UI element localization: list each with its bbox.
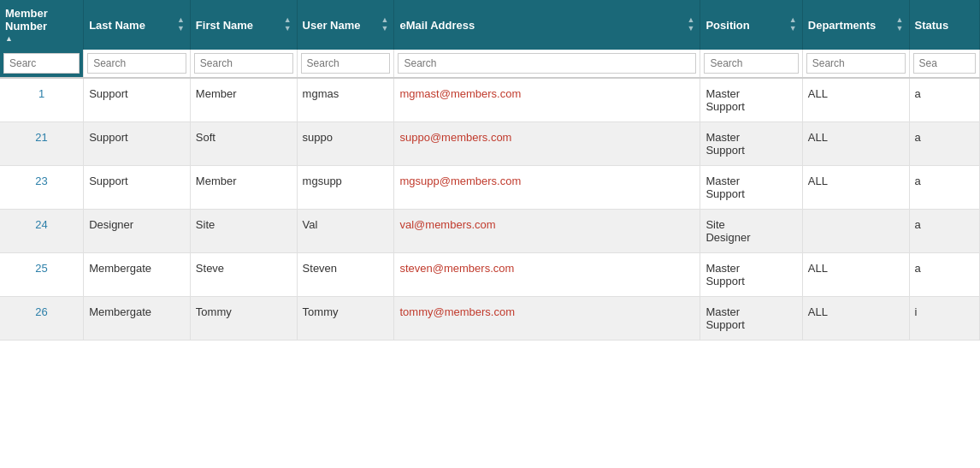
cell-status: a [909, 253, 980, 297]
cell-status: i [909, 297, 980, 341]
col-header-member-number-label: MemberNumber [5, 7, 48, 33]
col-header-status[interactable]: Status [909, 0, 980, 50]
cell-user-name: Steven [297, 253, 394, 297]
cell-status: a [909, 210, 980, 253]
cell-email[interactable]: steven@members.com [394, 253, 700, 297]
search-cell-member [0, 50, 84, 78]
cell-user-name: Val [297, 210, 394, 253]
cell-member-number[interactable]: 23 [0, 166, 84, 210]
cell-position: MasterSupport [700, 253, 802, 297]
search-cell-position [700, 50, 802, 78]
cell-position: MasterSupport [700, 166, 802, 210]
cell-email[interactable]: tommy@members.com [394, 297, 700, 341]
cell-last-name: Designer [84, 210, 191, 253]
search-input-position[interactable] [704, 53, 798, 74]
cell-email[interactable]: suppo@members.com [394, 122, 700, 166]
col-header-user-name[interactable]: User Name ▲ ▼ [297, 0, 394, 50]
cell-first-name: Tommy [190, 297, 297, 341]
cell-first-name: Member [190, 78, 297, 122]
cell-member-number[interactable]: 24 [0, 210, 84, 253]
col-header-position-label: Position [705, 19, 749, 32]
table-row: 21SupportSoftsupposuppo@members.comMaste… [0, 122, 980, 166]
sort-arrows-lastname[interactable]: ▲ ▼ [177, 16, 185, 33]
cell-user-name: Tommy [297, 297, 394, 341]
sort-arrows-username[interactable]: ▲ ▼ [381, 16, 389, 33]
cell-user-name: mgsupp [297, 166, 394, 210]
cell-status: a [909, 166, 980, 210]
cell-last-name: Support [84, 78, 191, 122]
sort-down-icon[interactable]: ▼ [789, 25, 797, 33]
search-input-departments[interactable] [806, 53, 906, 74]
search-cell-email [394, 50, 700, 78]
cell-position: MasterSupport [700, 297, 802, 341]
cell-last-name: Membergate [84, 253, 191, 297]
cell-first-name: Member [190, 166, 297, 210]
col-header-last-name-label: Last Name [89, 19, 145, 32]
cell-last-name: Membergate [84, 297, 191, 341]
cell-email[interactable]: val@members.com [394, 210, 700, 253]
sort-down-icon[interactable]: ▼ [381, 25, 389, 33]
cell-last-name: Support [84, 166, 191, 210]
table-search-row [0, 50, 980, 78]
search-cell-lastname [84, 50, 191, 78]
table-body: 1SupportMembermgmasmgmast@members.comMas… [0, 78, 980, 341]
sort-down-icon[interactable]: ▼ [688, 25, 695, 33]
search-cell-status [909, 50, 980, 78]
table-row: 25MembergateSteveStevensteven@members.co… [0, 253, 980, 297]
cell-departments [802, 210, 909, 253]
col-header-departments[interactable]: Departments ▲ ▼ [802, 0, 909, 50]
sort-arrows-firstname[interactable]: ▲ ▼ [284, 16, 292, 33]
cell-last-name: Support [84, 122, 191, 166]
table-row: 1SupportMembermgmasmgmast@members.comMas… [0, 78, 980, 122]
cell-status: a [909, 78, 980, 122]
cell-departments: ALL [802, 253, 909, 297]
cell-first-name: Soft [190, 122, 297, 166]
cell-position: SiteDesigner [700, 210, 802, 253]
search-input-member[interactable] [3, 53, 80, 74]
cell-departments: ALL [802, 122, 909, 166]
col-header-member-number[interactable]: MemberNumber ▲ [0, 0, 84, 50]
col-header-email-label: eMail Address [399, 19, 475, 32]
members-table: MemberNumber ▲ Last Name ▲ ▼ [0, 0, 980, 341]
cell-member-number[interactable]: 21 [0, 122, 84, 166]
cell-member-number[interactable]: 25 [0, 253, 84, 297]
search-input-username[interactable] [301, 53, 391, 74]
cell-user-name: suppo [297, 122, 394, 166]
search-input-status[interactable] [913, 53, 977, 74]
search-cell-username [297, 50, 394, 78]
cell-member-number[interactable]: 26 [0, 297, 84, 341]
cell-first-name: Site [190, 210, 297, 253]
sort-down-icon[interactable]: ▼ [896, 25, 904, 33]
cell-user-name: mgmas [297, 78, 394, 122]
cell-position: MasterSupport [700, 78, 802, 122]
cell-email[interactable]: mgsupp@members.com [394, 166, 700, 210]
table-header-row: MemberNumber ▲ Last Name ▲ ▼ [0, 0, 980, 50]
sort-arrows-email[interactable]: ▲ ▼ [688, 16, 695, 33]
col-header-first-name[interactable]: First Name ▲ ▼ [190, 0, 297, 50]
cell-status: a [909, 122, 980, 166]
table-row: 24DesignerSiteValval@members.comSiteDesi… [0, 210, 980, 253]
col-header-first-name-label: First Name [196, 19, 253, 32]
search-cell-departments [802, 50, 909, 78]
sort-down-icon[interactable]: ▼ [284, 25, 292, 33]
sort-arrows-departments[interactable]: ▲ ▼ [896, 16, 904, 33]
table-row: 26MembergateTommyTommytommy@members.comM… [0, 297, 980, 341]
search-input-firstname[interactable] [194, 53, 293, 74]
search-input-email[interactable] [398, 53, 696, 74]
search-input-lastname[interactable] [87, 53, 186, 74]
members-table-container: MemberNumber ▲ Last Name ▲ ▼ [0, 0, 980, 341]
col-header-status-label: Status [915, 19, 949, 32]
table-row: 23SupportMembermgsuppmgsupp@members.comM… [0, 166, 980, 210]
col-header-last-name[interactable]: Last Name ▲ ▼ [84, 0, 191, 50]
cell-member-number[interactable]: 1 [0, 78, 84, 122]
cell-departments: ALL [802, 297, 909, 341]
cell-departments: ALL [802, 166, 909, 210]
sort-up-icon[interactable]: ▲ [5, 34, 13, 43]
sort-arrows-position[interactable]: ▲ ▼ [789, 16, 797, 33]
col-header-position[interactable]: Position ▲ ▼ [700, 0, 802, 50]
col-header-departments-label: Departments [808, 19, 876, 32]
col-header-email[interactable]: eMail Address ▲ ▼ [394, 0, 700, 50]
cell-email[interactable]: mgmast@members.com [394, 78, 700, 122]
col-header-user-name-label: User Name [303, 19, 361, 32]
sort-down-icon[interactable]: ▼ [177, 25, 185, 33]
